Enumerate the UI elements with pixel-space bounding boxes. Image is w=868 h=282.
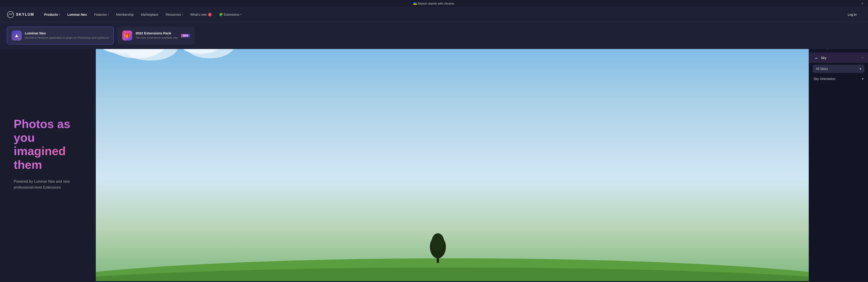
nav-right: Log In	[843, 11, 861, 18]
main-nav: SKYLUM Products ▾ Luminar Neo Features ▾…	[0, 7, 868, 22]
all-skies-label: All Skies	[816, 67, 828, 71]
luminar-neo-desc: MacOS & Windows application & plugin for…	[25, 36, 109, 40]
extensions-pack-dropdown-card[interactable]: 🎁 2022 Extensions Pack The New Extension…	[118, 27, 195, 44]
panel-sky[interactable]: ☁ Sky AI	[809, 52, 868, 63]
sky-ai-badge: AI	[861, 57, 863, 59]
luminar-neo-dropdown-card[interactable]: ▲ Luminar Neo MacOS & Windows applicatio…	[7, 27, 114, 44]
features-chevron-icon: ▾	[107, 13, 109, 16]
nav-products[interactable]: Products ▾	[41, 11, 63, 18]
extensions-chevron-icon: ▾	[240, 13, 242, 16]
hero-left: Photos as you imagined them Powered by L…	[0, 22, 96, 281]
logo-text: SKYLUM	[16, 12, 34, 16]
new-badge: NEW	[181, 34, 190, 37]
nav-features[interactable]: Features ▾	[91, 11, 112, 18]
tree-svg	[429, 231, 447, 263]
extensions-pack-title: 2022 Extensions Pack	[135, 31, 178, 35]
sky-orientation-chevron-icon: ▾	[862, 77, 863, 81]
sky-orientation-item[interactable]: Sky Orientation ▾	[809, 75, 868, 83]
luminar-neo-icon: ▲	[12, 31, 22, 40]
extensions-pack-info: 2022 Extensions Pack The New Extensions …	[135, 31, 178, 40]
whats-new-badge: 1	[208, 13, 212, 16]
extensions-pack-desc: The New Extensions available now	[135, 36, 178, 40]
all-skies-chevron-icon: ▾	[860, 67, 861, 71]
hero-section: Photos as you imagined them Powered by L…	[0, 22, 868, 281]
announcement-text: Skylum stands with Ukraine.	[417, 2, 455, 5]
sky-orientation-label: Sky Orientation	[813, 77, 835, 81]
nav-extensions[interactable]: 🧩 Extensions ▾	[216, 11, 245, 18]
luminar-neo-title: Luminar Neo	[25, 31, 109, 35]
hero-title: Photos as you imagined them	[14, 117, 84, 172]
nav-membership[interactable]: Membership	[113, 11, 137, 18]
extensions-pack-icon: 🎁	[122, 31, 132, 40]
announcement-flag: 🇺🇦	[413, 2, 417, 5]
hero-title-line2: imagined them	[14, 144, 84, 172]
skylum-logo-icon	[7, 11, 14, 18]
sky-label: Sky	[821, 56, 859, 60]
nav-resources[interactable]: Resources ▾	[162, 11, 186, 18]
svg-point-0	[7, 11, 14, 18]
logo[interactable]: SKYLUM	[7, 11, 34, 18]
close-announcement-button[interactable]: ×	[861, 2, 863, 6]
sky-icon: ☁	[813, 55, 818, 60]
products-chevron-icon: ▾	[59, 13, 60, 16]
svg-point-5	[432, 233, 444, 251]
puzzle-icon: 🧩	[219, 13, 223, 16]
nav-whats-new[interactable]: What's new 1	[187, 11, 215, 18]
nav-luminar-neo[interactable]: Luminar Neo	[64, 11, 90, 18]
luminar-neo-info: Luminar Neo MacOS & Windows application …	[25, 31, 109, 40]
hero-title-line1: Photos as you	[14, 117, 84, 145]
right-panel: ⬜ Crop AI Creative ⚡ Relight AI ☁ Sky AI…	[809, 22, 868, 281]
log-in-button[interactable]: Log In	[843, 11, 861, 18]
products-dropdown: ▲ Luminar Neo MacOS & Windows applicatio…	[0, 22, 868, 49]
nav-marketplace[interactable]: Marketplace	[138, 11, 161, 18]
hero-photo	[96, 22, 809, 281]
hero-image-area	[96, 22, 809, 281]
hill-svg	[96, 231, 809, 281]
all-skies-dropdown[interactable]: All Skies ▾	[813, 65, 864, 73]
resources-chevron-icon: ▾	[182, 13, 183, 16]
announcement-bar: 🇺🇦 Skylum stands with Ukraine. ×	[0, 0, 868, 7]
hero-subtitle: Powered by Luminar Neo and new professio…	[14, 179, 82, 190]
nav-links: Products ▾ Luminar Neo Features ▾ Member…	[41, 11, 843, 18]
